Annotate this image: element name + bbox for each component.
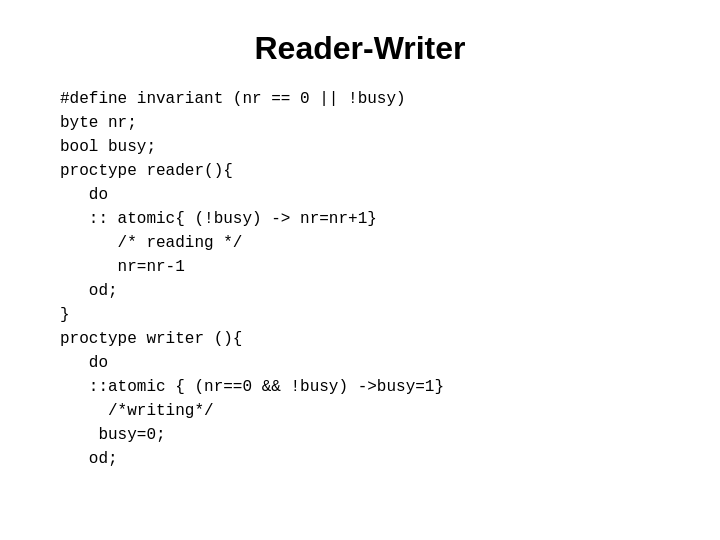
code-content: #define invariant (nr == 0 || !busy) byt… xyxy=(60,87,444,471)
page-title: Reader-Writer xyxy=(254,30,465,67)
